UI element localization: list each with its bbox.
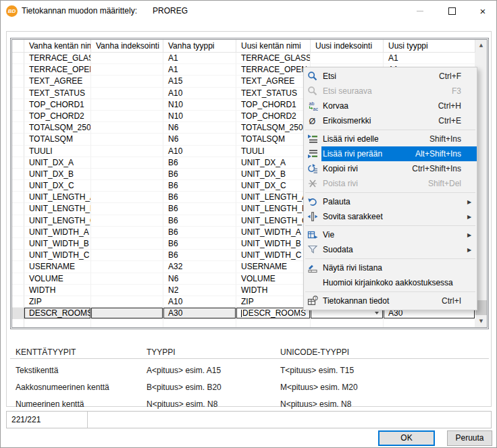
column-header[interactable]: Vanha kentän nimi <box>24 40 91 53</box>
scroll-up-icon[interactable]: ▲ <box>475 40 487 51</box>
cell-old-index[interactable] <box>91 180 163 192</box>
row-header[interactable] <box>12 296 24 308</box>
row-header[interactable] <box>12 203 24 215</box>
column-header[interactable]: Vanha indeksointi <box>91 40 163 53</box>
cell-new-name[interactable]: TEXT_AGREE <box>236 76 311 87</box>
cell-old-type[interactable]: B6 <box>163 227 236 238</box>
row-header[interactable] <box>12 273 24 285</box>
cell-old-index[interactable] <box>91 146 163 157</box>
cell-old-index[interactable] <box>91 192 163 203</box>
cell-new-name[interactable]: UNIT_WIDTH_B <box>236 238 311 250</box>
cell-old-type[interactable]: N2 <box>163 285 236 296</box>
cell-old-name[interactable]: TOTALSQM <box>24 134 91 145</box>
menu-item-lisaa-rivi-edelle[interactable]: Lisää rivi edelleShift+Ins <box>304 132 477 146</box>
row-header[interactable] <box>12 122 24 134</box>
cell-new-name[interactable]: UNIT_DX_A <box>236 157 311 169</box>
row-header[interactable] <box>12 285 24 296</box>
cell-old-type[interactable]: B6 <box>163 157 236 169</box>
cell-old-name[interactable]: TEXT_AGREE <box>24 76 91 87</box>
cell-new-name[interactable]: DESCR_ROOMS <box>236 308 311 319</box>
cell-new-name[interactable]: ZIP <box>236 296 311 308</box>
menu-item-etsi[interactable]: EtsiCtrl+F <box>304 69 477 84</box>
cell-old-type[interactable]: A1 <box>163 64 236 76</box>
cell-new-name[interactable]: TEXT_STATUS <box>236 88 311 99</box>
cell-new-name[interactable]: TOTALSQM_250 <box>236 122 311 134</box>
cell-old-name[interactable]: UNIT_LENGTH_C <box>24 215 91 227</box>
cell-old-index[interactable] <box>91 238 163 250</box>
cell-old-name[interactable]: TEXT_STATUS <box>24 88 91 99</box>
ok-button[interactable]: OK <box>378 430 435 446</box>
maximize-button[interactable] <box>440 1 463 21</box>
menu-item-huomioi-kirjainkoko[interactable]: Huomioi kirjainkoko aakkostuksessa <box>304 275 477 290</box>
cell-old-name[interactable]: TOP_CHORD1 <box>24 99 91 111</box>
menu-item-suodata[interactable]: Suodata▶ <box>304 242 477 257</box>
cell-old-name[interactable]: DESCR_ROOMS <box>24 308 91 319</box>
cell-old-index[interactable] <box>91 273 163 285</box>
cell-old-name[interactable]: TERRACE_OPEN <box>24 64 91 76</box>
cancel-button[interactable]: Peruuta <box>447 430 492 446</box>
cell-old-type[interactable]: N6 <box>163 273 236 285</box>
cell-old-type[interactable]: A10 <box>163 146 236 157</box>
cell-new-name[interactable]: TUULI <box>236 146 311 157</box>
row-header[interactable] <box>12 169 24 180</box>
cell-old-index[interactable] <box>91 215 163 227</box>
row-header[interactable] <box>12 134 24 145</box>
row-header[interactable] <box>12 215 24 227</box>
menu-item-korvaa[interactable]: abacKorvaaCtrl+H <box>304 99 477 113</box>
column-header[interactable]: Uusi kentän nimi <box>236 40 311 53</box>
menu-item-vie[interactable]: Vie▶ <box>304 227 477 242</box>
row-header[interactable] <box>12 64 24 76</box>
cell-new-name[interactable]: TOTALSQM <box>236 134 311 145</box>
cell-new-name[interactable]: USERNAME <box>236 261 311 273</box>
cell-old-name[interactable]: VOLUME <box>24 273 91 285</box>
menu-item-tietokannan-tiedot[interactable]: 1Tietokannan tiedotCtrl+I <box>304 293 477 308</box>
cell-old-index[interactable] <box>91 53 163 64</box>
cell-old-name[interactable]: TOP_CHORD2 <box>24 111 91 122</box>
cell-old-type[interactable]: B6 <box>163 180 236 192</box>
scroll-down-icon[interactable]: ▼ <box>475 316 487 327</box>
cell-old-type[interactable]: N10 <box>163 111 236 122</box>
cell-old-index[interactable] <box>91 285 163 296</box>
cell-new-name[interactable]: VOLUME <box>236 273 311 285</box>
menu-item-lisaa-rivi-peraan[interactable]: Lisää rivi peräänAlt+Shift+Ins <box>304 146 477 161</box>
cell-old-index[interactable] <box>91 122 163 134</box>
cell-old-type[interactable]: B6 <box>163 250 236 261</box>
row-header[interactable] <box>12 146 24 157</box>
cell-new-type[interactable]: A1 <box>384 53 475 64</box>
row-header[interactable] <box>12 180 24 192</box>
column-header[interactable]: Uusi tyyppi <box>384 40 475 53</box>
cell-old-type[interactable]: B6 <box>163 192 236 203</box>
row-header[interactable] <box>12 53 24 64</box>
cell-old-name[interactable]: WIDTH <box>24 285 91 296</box>
cell-old-index[interactable] <box>91 308 163 319</box>
cell-old-name[interactable]: UNIT_LENGTH_A <box>24 192 91 203</box>
cell-old-index[interactable] <box>91 88 163 99</box>
cell-new-name[interactable]: TERRACE_OPEN <box>236 64 311 76</box>
cell-old-type[interactable]: N6 <box>163 122 236 134</box>
cell-old-index[interactable] <box>91 157 163 169</box>
cell-old-name[interactable]: ZIP <box>24 296 91 308</box>
cell-old-name[interactable]: UNIT_DX_C <box>24 180 91 192</box>
cell-old-name[interactable]: UNIT_WIDTH_A <box>24 227 91 238</box>
minimize-button[interactable] <box>409 1 431 21</box>
cell-old-index[interactable] <box>91 261 163 273</box>
row-header[interactable] <box>12 261 24 273</box>
cell-old-name[interactable]: UNIT_WIDTH_B <box>24 238 91 250</box>
cell-old-type[interactable]: A15 <box>163 76 236 87</box>
cell-old-type[interactable]: A1 <box>163 53 236 64</box>
cell-old-name[interactable]: UNIT_DX_B <box>24 169 91 180</box>
menu-item-palauta[interactable]: Palauta▶ <box>304 194 477 209</box>
cell-old-index[interactable] <box>91 227 163 238</box>
cell-new-name[interactable]: WIDTH <box>236 285 311 296</box>
cell-new-name[interactable]: UNIT_LENGTH_B <box>236 203 311 215</box>
row-header[interactable] <box>12 99 24 111</box>
cell-new-name[interactable]: TOP_CHORD2 <box>236 111 311 122</box>
cell-old-name[interactable]: UNIT_LENGTH_B <box>24 203 91 215</box>
cell-old-type[interactable]: B6 <box>163 169 236 180</box>
cell-old-type[interactable]: A30 <box>163 308 236 319</box>
cell-new-name[interactable]: UNIT_LENGTH_C <box>236 215 311 227</box>
cell-old-index[interactable] <box>91 99 163 111</box>
cell-old-type[interactable]: N10 <box>163 99 236 111</box>
cell-old-name[interactable]: UNIT_WIDTH_C <box>24 250 91 261</box>
cell-new-name[interactable]: UNIT_WIDTH_A <box>236 227 311 238</box>
